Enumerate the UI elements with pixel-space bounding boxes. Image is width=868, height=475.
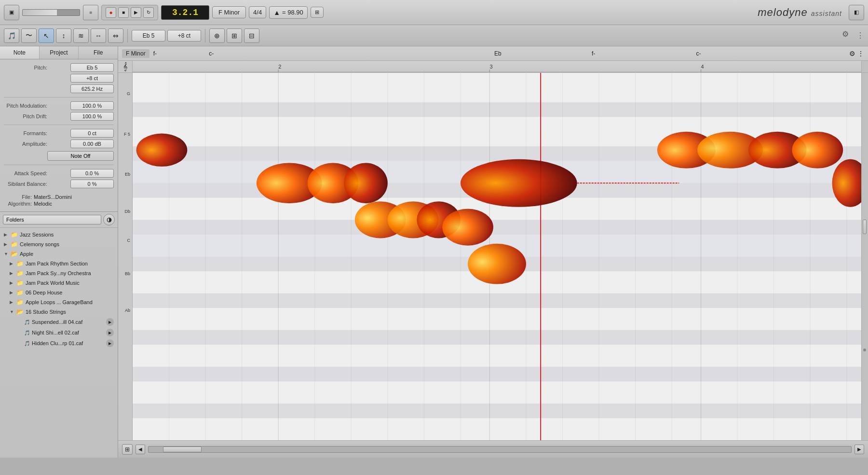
note-blob-8[interactable] (442, 209, 493, 246)
play-icon: ▶ (134, 10, 138, 15)
file-value: MaterS...Domini (34, 194, 72, 200)
key-label-ab: Ab (125, 308, 132, 313)
browser-header: Folders ◑ (0, 212, 118, 228)
attack-row: Attack Speed: 0.0 % (4, 169, 114, 178)
pan-tool-button[interactable]: ⇔ (108, 28, 123, 43)
pitch-cent-value[interactable]: +8 ct (70, 74, 114, 83)
timeline-ruler[interactable]: 2 3 4 (133, 61, 861, 72)
formants-value[interactable]: 0 ct (70, 129, 114, 138)
pitch-tool-button[interactable]: 〜 (21, 28, 37, 43)
assistant-text: assistant (811, 10, 842, 17)
svg-point-74 (468, 244, 526, 284)
browser-dropdown[interactable]: Folders (3, 215, 101, 224)
stop-button[interactable]: ■ (118, 7, 129, 18)
more-options-icon[interactable]: ⋮ (856, 31, 864, 40)
formant-tool-button[interactable]: ≋ (73, 28, 89, 43)
grid-button[interactable]: ⊞ (311, 7, 324, 18)
pitch-value[interactable]: Eb 5 (70, 63, 114, 72)
tree-item-jam-symphony[interactable]: ▶ 📁 Jam Pack Sy...ny Orchestra (0, 268, 118, 278)
folder-icon: 📁 (16, 270, 24, 277)
tree-item-file1[interactable]: ▶ 🎵 Suspended...ill 04.caf ▶ (0, 317, 118, 327)
key-label-g: G (127, 91, 132, 96)
tree-item-apple-loops[interactable]: ▶ 📁 Apple Loops ... GarageBand (0, 297, 118, 307)
pitch-updown-icon: ↕ (62, 32, 66, 40)
item-label: 06 Deep House (26, 290, 114, 295)
divider-1 (4, 97, 114, 98)
key-label-eb: Eb (125, 172, 132, 177)
main-layout: Note Project File Pitch: Eb 5 +8 ct 625.… (0, 46, 868, 458)
vertical-scroll-thumb[interactable] (863, 220, 867, 234)
sidebar-icon: ▣ (9, 9, 14, 15)
note-blob-right4[interactable] (792, 132, 843, 168)
divider-2 (4, 125, 114, 125)
pitch-updown-button[interactable]: ↕ (56, 28, 71, 43)
play-file-button[interactable]: ▶ (106, 318, 114, 326)
loop-button[interactable]: ↻ (143, 7, 154, 18)
tree-item-jam-rhythm[interactable]: ▶ 📁 Jam Pack Rhythm Section (0, 259, 118, 268)
play-file-button[interactable]: ▶ (106, 329, 114, 336)
note-blob-9[interactable] (468, 244, 526, 284)
record-button[interactable]: ● (106, 7, 116, 18)
note-editor[interactable] (133, 73, 861, 440)
item-label: Night Shi...ell 02.caf (32, 330, 104, 335)
tab-project[interactable]: Project (40, 46, 79, 59)
tree-item-jam-world[interactable]: ▶ 📁 Jam Pack World Music (0, 278, 118, 288)
piano-settings-icon[interactable]: ⚙ (849, 50, 855, 57)
stop-icon: ■ (89, 10, 92, 15)
equal-icon: ⊟ (249, 32, 255, 40)
tune-center-button[interactable]: ⊕ (209, 28, 225, 43)
note-off-button[interactable]: Note Off (47, 151, 114, 161)
tree-item-celemony[interactable]: ▶ 📁 Celemony songs (0, 239, 118, 249)
position-display[interactable]: 3.2.1 (161, 5, 209, 20)
file-label: File: (4, 194, 32, 200)
pitch-mod-value[interactable]: 100.0 % (70, 101, 114, 110)
item-label: Hidden Clu...rp 01.caf (32, 340, 104, 346)
settings-button[interactable]: ⚙ (842, 29, 854, 42)
time-signature[interactable]: 4/4 (249, 6, 266, 18)
play-button[interactable]: ▶ (131, 7, 141, 18)
piano-roll-container: F Minor f- c- Eb f- c- ⚙ ⋮ 𝄞 (118, 46, 868, 458)
tree-item-file3[interactable]: ▶ 🎵 Hidden Clu...rp 01.caf ▶ (0, 338, 118, 349)
scroll-thumb[interactable] (163, 447, 202, 452)
tempo-display[interactable]: ▲ = 98.90 (269, 6, 308, 19)
note-tabs: Note Project File (0, 46, 118, 59)
scroll-left-button[interactable]: ◀ (136, 445, 145, 454)
note-blob-1[interactable] (136, 134, 188, 167)
snap-pitch-button[interactable]: ⊞ (227, 28, 242, 43)
tab-note[interactable]: Note (0, 46, 40, 59)
right-scrollbar[interactable] (861, 73, 868, 440)
pitch-hz-value[interactable]: 625.2 Hz (70, 84, 114, 93)
chord-marker-c1: c- (209, 50, 214, 57)
grid-view-icon[interactable]: ⊞ (122, 444, 133, 455)
tree-item-file2[interactable]: ▶ 🎵 Night Shi...ell 02.caf ▶ (0, 327, 118, 338)
attack-value[interactable]: 0.0 % (70, 169, 114, 178)
sibilant-value[interactable]: 0 % (70, 180, 114, 188)
pitch-drift-value[interactable]: 100.0 % (70, 112, 114, 121)
play-file-button[interactable]: ▶ (106, 339, 114, 347)
horizontal-scrollbar[interactable] (148, 446, 852, 453)
right-sidebar-toggle[interactable]: ◧ (849, 5, 864, 20)
scroll-right-button[interactable]: ▶ (854, 445, 864, 454)
amplitude-value[interactable]: 0.00 dB (70, 140, 114, 148)
time-stretch-button[interactable]: ↔ (91, 28, 106, 43)
key-display[interactable]: F Minor (212, 6, 246, 18)
tree-item-deep-house[interactable]: ▶ 📁 06 Deep House (0, 288, 118, 297)
left-panel: Note Project File Pitch: Eb 5 +8 ct 625.… (0, 46, 118, 458)
tree-item-apple[interactable]: ▼ 📂 Apple (0, 249, 118, 259)
select-tool-button[interactable]: ↖ (39, 28, 54, 43)
equal-loudness-button[interactable]: ⊟ (244, 28, 259, 43)
piano-more-icon[interactable]: ⋮ (857, 50, 864, 57)
tree-arrow: ▶ (10, 271, 14, 276)
sidebar-toggle-button[interactable]: ▣ (4, 5, 19, 20)
tree-item-jazz-sessions[interactable]: ▶ 📁 Jazz Sessions (0, 230, 118, 239)
tree-item-studio-strings[interactable]: ▼ 📂 16 Studio Strings (0, 307, 118, 317)
ruler-svg: 2 3 4 (133, 61, 861, 72)
note-blob-4[interactable] (344, 163, 388, 203)
tab-file[interactable]: File (79, 46, 118, 59)
attack-label: Attack Speed: (4, 170, 47, 176)
blob-tool-button[interactable]: 🎵 (4, 28, 19, 43)
browser-expand-button[interactable]: ◑ (103, 214, 115, 225)
progress-bar[interactable] (22, 9, 80, 16)
algo-label: Algorithm: (4, 201, 32, 207)
scroll-indicator (863, 349, 866, 351)
